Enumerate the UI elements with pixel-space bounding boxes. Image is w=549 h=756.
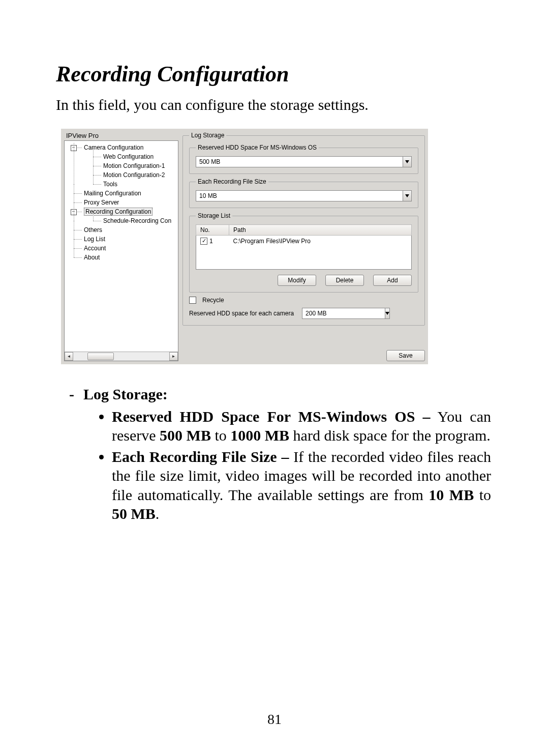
tree-horizontal-scrollbar[interactable]: ◄ ► bbox=[65, 352, 178, 361]
recycle-label: Recycle bbox=[202, 297, 224, 304]
file-size-legend: Each Recording File Size bbox=[196, 178, 268, 185]
reserved-os-group: Reserved HDD Space For MS-Windows OS bbox=[189, 144, 418, 174]
tree-item-account[interactable]: Account bbox=[84, 245, 106, 252]
storage-table: No. Path ✓1 C:\Program Files\IPView Pro bbox=[196, 224, 412, 270]
scroll-thumb[interactable] bbox=[87, 353, 114, 360]
delete-button[interactable]: Delete bbox=[325, 275, 364, 286]
modify-button[interactable]: Modify bbox=[278, 275, 316, 286]
bullet-reserved: Reserved HDD Space For MS-Windows OS – Y… bbox=[112, 407, 493, 445]
table-row bbox=[196, 247, 412, 258]
tree-item-web[interactable]: Web Configuration bbox=[103, 153, 154, 160]
log-storage-group: Log Storage Reserved HDD Space For MS-Wi… bbox=[182, 132, 425, 326]
each-camera-value[interactable] bbox=[302, 308, 385, 319]
reserved-os-combo[interactable] bbox=[196, 156, 412, 167]
tree-item-tools[interactable]: Tools bbox=[103, 181, 117, 188]
file-size-value[interactable] bbox=[196, 190, 403, 201]
svg-marker-0 bbox=[405, 160, 409, 163]
chevron-down-icon[interactable] bbox=[403, 190, 412, 201]
row-no: 1 bbox=[209, 238, 213, 245]
log-storage-legend: Log Storage bbox=[189, 132, 226, 139]
nav-tree[interactable]: − Camera Configuration Web Configuration… bbox=[64, 140, 178, 361]
scroll-right-icon[interactable]: ► bbox=[169, 352, 178, 361]
file-size-group: Each Recording File Size bbox=[189, 178, 418, 208]
save-button[interactable]: Save bbox=[386, 350, 425, 361]
expander-minus-icon[interactable]: − bbox=[71, 209, 77, 215]
expander-minus-icon[interactable]: − bbox=[71, 145, 77, 151]
table-row bbox=[196, 258, 412, 270]
tree-item-proxy[interactable]: Proxy Server bbox=[84, 199, 119, 206]
col-no-header[interactable]: No. bbox=[196, 225, 229, 236]
recycle-checkbox[interactable] bbox=[189, 297, 196, 304]
scroll-left-icon[interactable]: ◄ bbox=[65, 352, 73, 361]
page-number: 81 bbox=[0, 711, 549, 728]
table-row[interactable]: ✓1 C:\Program Files\IPView Pro bbox=[196, 236, 412, 247]
tree-item-loglist[interactable]: Log List bbox=[84, 236, 105, 243]
storage-list-group: Storage List No. Path ✓1 C:\Program File… bbox=[189, 212, 418, 293]
dash-bullet: - bbox=[69, 385, 74, 404]
page-title: Recording Configuration bbox=[56, 61, 493, 87]
bullet-filesize: Each Recording File Size – If the record… bbox=[112, 447, 493, 524]
tree-item-schedule[interactable]: Schedule-Recording Con bbox=[103, 217, 171, 224]
row-path: C:\Program Files\IPView Pro bbox=[229, 236, 412, 247]
tree-item-others[interactable]: Others bbox=[84, 226, 102, 234]
each-camera-label: Reserved HDD space for each camera bbox=[189, 310, 294, 317]
description-block: - Log Storage: Reserved HDD Space For MS… bbox=[56, 385, 493, 524]
chevron-down-icon[interactable] bbox=[403, 156, 412, 167]
tree-root-label: IPView Pro bbox=[66, 132, 178, 139]
col-path-header[interactable]: Path bbox=[229, 225, 412, 236]
tree-item-mailing[interactable]: Mailing Configuration bbox=[84, 190, 141, 197]
tree-item-motion1[interactable]: Motion Configuration-1 bbox=[103, 162, 165, 169]
file-size-combo[interactable] bbox=[196, 190, 412, 201]
tree-item-motion2[interactable]: Motion Configuration-2 bbox=[103, 171, 165, 179]
storage-list-legend: Storage List bbox=[196, 212, 232, 219]
each-camera-combo[interactable] bbox=[302, 308, 363, 319]
checkbox-checked-icon[interactable]: ✓ bbox=[200, 238, 207, 245]
intro-text: In this field, you can configure the sto… bbox=[56, 96, 493, 113]
add-button[interactable]: Add bbox=[373, 275, 412, 286]
config-dialog: IPView Pro − Camera Configuration Web Co… bbox=[61, 129, 428, 364]
tree-item-recording[interactable]: Recording Configuration bbox=[84, 208, 152, 216]
svg-marker-1 bbox=[405, 194, 409, 197]
reserved-os-value[interactable] bbox=[196, 156, 403, 167]
tree-item-about[interactable]: About bbox=[84, 254, 100, 261]
svg-marker-2 bbox=[385, 312, 389, 315]
chevron-down-icon[interactable] bbox=[385, 308, 390, 319]
log-storage-heading: Log Storage: bbox=[83, 385, 168, 404]
reserved-os-legend: Reserved HDD Space For MS-Windows OS bbox=[196, 144, 319, 151]
